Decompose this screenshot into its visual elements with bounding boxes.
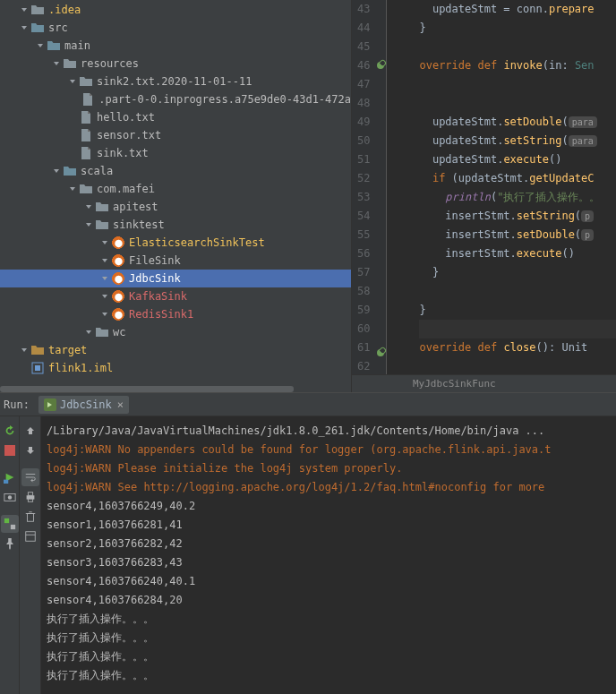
- svg-rect-3: [4, 480, 8, 484]
- tree-expand-arrow[interactable]: [100, 274, 109, 283]
- tree-item[interactable]: com.mafei: [0, 180, 351, 198]
- code-line[interactable]: [419, 282, 616, 301]
- tree-item[interactable]: ⬤JdbcSink: [0, 270, 351, 287]
- tree-item[interactable]: src: [0, 19, 351, 37]
- tree-item[interactable]: .idea: [0, 1, 351, 19]
- tree-item[interactable]: ⬤ElasticsearchSinkTest: [0, 234, 351, 252]
- tree-expand-arrow[interactable]: [20, 5, 29, 14]
- code-line[interactable]: updateStmt = conn.prepare: [419, 0, 616, 19]
- code-line[interactable]: }: [419, 19, 616, 38]
- code-line[interactable]: updateStmt.setDouble(para: [419, 113, 616, 132]
- wrap-button[interactable]: [21, 468, 39, 486]
- code-line[interactable]: override def close(): Unit: [419, 338, 616, 357]
- tree-expand-arrow[interactable]: [100, 256, 109, 265]
- tree-expand-arrow[interactable]: [20, 346, 29, 355]
- editor-code-area[interactable]: updateStmt = conn.prepare}override def i…: [387, 0, 616, 374]
- tree-item[interactable]: main: [0, 37, 351, 55]
- run-tab-label: JdbcSink: [60, 398, 112, 411]
- tree-expand-arrow[interactable]: [84, 202, 93, 211]
- tree-item[interactable]: resources: [0, 55, 351, 73]
- close-icon[interactable]: ×: [117, 398, 124, 411]
- override-gutter-icon[interactable]: [377, 349, 384, 356]
- tree-expand-arrow[interactable]: [84, 328, 93, 337]
- console-line: 执行了插入操作。。。: [47, 647, 616, 666]
- file-icon: [79, 146, 93, 160]
- rerun-button[interactable]: [1, 422, 19, 440]
- editor-gutter-marks[interactable]: [375, 0, 386, 374]
- code-line[interactable]: [419, 320, 616, 338]
- camera-button[interactable]: [1, 488, 19, 506]
- run-config-icon: [44, 398, 56, 411]
- tree-item[interactable]: wc: [0, 323, 351, 341]
- code-line[interactable]: updateStmt.execute(): [419, 150, 616, 169]
- code-line[interactable]: println("执行了插入操作。。: [419, 188, 616, 207]
- clear-button[interactable]: [21, 508, 39, 526]
- run-tab[interactable]: JdbcSink ×: [38, 396, 129, 414]
- tree-item-label: KafkaSink: [129, 290, 187, 303]
- code-line[interactable]: if (updateStmt.getUpdateC: [419, 169, 616, 188]
- tree-item-label: hello.txt: [97, 111, 155, 124]
- tree-item[interactable]: target: [0, 341, 351, 359]
- tree-expand-arrow[interactable]: [20, 23, 29, 32]
- print-button[interactable]: [21, 488, 39, 506]
- tree-item-label: .part-0-0.inprogress.a75e9de0-43d1-472a: [98, 93, 351, 106]
- run-toolbar-left: [0, 416, 20, 694]
- folder-icon: [47, 39, 61, 53]
- tree-expand-arrow[interactable]: [84, 220, 93, 229]
- code-line[interactable]: override def invoke(in: Sen: [419, 56, 616, 75]
- tree-expand-arrow[interactable]: [36, 41, 45, 50]
- code-line[interactable]: [419, 357, 616, 374]
- editor-breadcrumb[interactable]: MyJdbcSinkFunc: [352, 374, 616, 392]
- code-line[interactable]: updateStmt.setString(para: [419, 132, 616, 150]
- tree-expand-arrow[interactable]: [52, 167, 61, 176]
- tree-item[interactable]: sink.txt: [0, 144, 351, 162]
- tree-expand-arrow[interactable]: [100, 292, 109, 301]
- tree-item[interactable]: hello.txt: [0, 108, 351, 126]
- tree-item[interactable]: ⬤FileSink: [0, 252, 351, 270]
- code-line[interactable]: insertStmt.setDouble(p: [419, 226, 616, 244]
- stop-button[interactable]: [1, 441, 19, 459]
- console-line: 执行了插入操作。。。: [47, 610, 616, 629]
- override-gutter-icon[interactable]: [377, 62, 384, 69]
- project-tree[interactable]: .ideasrcmainresourcessink2.txt.2020-11-0…: [0, 0, 352, 392]
- tree-item[interactable]: sink2.txt.2020-11-01--11: [0, 73, 351, 90]
- tree-expand-arrow[interactable]: [100, 238, 109, 247]
- tree-item[interactable]: sensor.txt: [0, 126, 351, 144]
- code-line[interactable]: [419, 38, 616, 56]
- tree-horizontal-scrollbar[interactable]: [0, 384, 351, 392]
- code-line[interactable]: [419, 75, 616, 94]
- code-line[interactable]: }: [419, 263, 616, 282]
- code-line[interactable]: insertStmt.setString(p: [419, 207, 616, 226]
- tree-item[interactable]: sinktest: [0, 216, 351, 234]
- console-line: sensor4,1603766240,40.1: [47, 572, 616, 591]
- tree-item[interactable]: flink1.iml: [0, 359, 351, 377]
- tree-item-label: sink.txt: [97, 147, 149, 159]
- restart-debug-button[interactable]: [1, 468, 19, 486]
- scala-icon: ⬤: [111, 271, 125, 286]
- svg-rect-12: [25, 532, 35, 542]
- tree-item[interactable]: .part-0-0.inprogress.a75e9de0-43d1-472a: [0, 90, 351, 108]
- code-line[interactable]: }: [419, 301, 616, 320]
- console-output[interactable]: /Library/Java/JavaVirtualMachines/jdk1.8…: [41, 416, 616, 694]
- code-line[interactable]: [419, 94, 616, 113]
- folder-icon: [30, 21, 45, 35]
- iml-icon: [30, 361, 45, 375]
- tree-item[interactable]: ⬤RedisSink1: [0, 305, 351, 323]
- tree-expand-arrow[interactable]: [52, 59, 61, 68]
- pin-button[interactable]: [1, 535, 19, 553]
- tree-expand-arrow[interactable]: [100, 310, 109, 319]
- run-panel-header: Run: JdbcSink ×: [0, 393, 616, 416]
- tree-expand-arrow[interactable]: [68, 184, 77, 193]
- tree-item[interactable]: apitest: [0, 198, 351, 216]
- console-link[interactable]: http://logging.apache.org/log4j/1.2/faq.…: [143, 481, 486, 493]
- down-button[interactable]: [21, 441, 39, 459]
- tree-expand-arrow[interactable]: [68, 77, 77, 86]
- toggle-button[interactable]: [1, 515, 19, 533]
- code-line[interactable]: insertStmt.execute(): [419, 244, 616, 263]
- expand-button[interactable]: [21, 527, 39, 545]
- tree-item-label: ElasticsearchSinkTest: [129, 236, 265, 249]
- tree-item[interactable]: ⬤KafkaSink: [0, 287, 351, 305]
- up-button[interactable]: [21, 422, 39, 440]
- tree-item[interactable]: scala: [0, 162, 351, 180]
- code-editor[interactable]: 4344454647484950515253545556575859606162…: [352, 0, 616, 392]
